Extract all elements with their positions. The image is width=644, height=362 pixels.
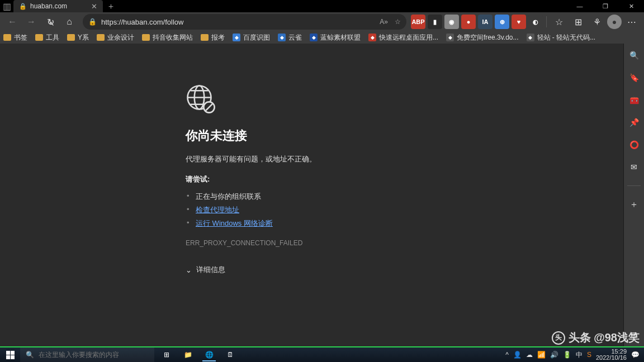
lock-icon: 🔒 bbox=[88, 18, 97, 26]
taskbar-app-edge[interactable]: 🌐 bbox=[200, 348, 218, 361]
system-tray[interactable]: ^ 👤 ☁ 📶 🔊 🔋 中 S 15:29 2022/10/16 💬 bbox=[501, 349, 644, 361]
extension-shield[interactable]: ◉ bbox=[444, 15, 459, 29]
bookmark-item[interactable]: ◆蓝鲸素材联盟 bbox=[310, 33, 361, 42]
page: 你尚未连接 代理服务器可能有问题，或地址不正确。 请尝试: 正在与你的组织联系检… bbox=[0, 44, 624, 346]
performance-button[interactable]: ⚘ bbox=[588, 13, 606, 30]
extension-ia[interactable]: IA bbox=[478, 15, 493, 29]
folder-icon bbox=[35, 34, 43, 41]
collections-button[interactable]: ⊞ bbox=[569, 13, 587, 30]
sidebar-toolbox-icon[interactable]: 🧰 bbox=[628, 94, 640, 106]
extension-moon[interactable]: ◐ bbox=[528, 15, 543, 29]
extension-globe[interactable]: ⊕ bbox=[495, 15, 509, 29]
bookmark-label: 蓝鲸素材联盟 bbox=[320, 33, 361, 42]
start-button[interactable] bbox=[0, 347, 20, 362]
folder-icon bbox=[201, 34, 209, 41]
sidebar-add-button[interactable]: ＋ bbox=[628, 198, 640, 211]
details-label: 详细信息 bbox=[196, 265, 225, 275]
extension-fire[interactable]: ● bbox=[461, 15, 476, 29]
minimize-button[interactable]: — bbox=[567, 0, 593, 12]
task-view-button[interactable]: ⊞ bbox=[158, 348, 176, 361]
sidebar-search-icon[interactable]: 🔍 bbox=[628, 49, 640, 61]
url-input[interactable] bbox=[101, 18, 375, 26]
details-toggle[interactable]: ⌄ 详细信息 bbox=[186, 265, 316, 275]
extension-abp[interactable]: ABP bbox=[411, 15, 425, 29]
taskbar-app-4[interactable]: 🗓 bbox=[221, 348, 239, 361]
bookmark-item[interactable]: 报考 bbox=[201, 33, 225, 42]
tray-notifications-icon[interactable]: 💬 bbox=[631, 351, 640, 359]
new-tab-button[interactable]: ＋ bbox=[103, 0, 119, 12]
extensions-row: ABP▮◉●IA⊕♥◐ bbox=[411, 15, 543, 29]
bookmark-item[interactable]: ◆轻站 - 轻站无代码... bbox=[527, 33, 596, 42]
bookmark-label: 百度识图 bbox=[243, 33, 270, 42]
toolbar-divider bbox=[546, 16, 547, 27]
sidebar-pin-icon[interactable]: 📌 bbox=[628, 116, 640, 128]
read-aloud-icon[interactable]: A» bbox=[380, 18, 388, 26]
tray-date: 2022/10/16 bbox=[596, 355, 627, 361]
bookmark-label: 抖音收集网站 bbox=[153, 33, 193, 42]
bookmark-item[interactable]: ◆免费空间free.3v.do... bbox=[446, 33, 518, 42]
tray-onedrive-icon[interactable]: ☁ bbox=[526, 351, 533, 359]
taskbar-apps: ⊞ 📁 🌐 🗓 bbox=[158, 348, 239, 361]
tray-ime-icon[interactable]: 中 bbox=[576, 350, 583, 360]
menu-button[interactable]: ⋯ bbox=[623, 13, 641, 30]
tray-wifi-icon[interactable]: 📶 bbox=[537, 351, 546, 359]
home-button[interactable]: ⌂ bbox=[60, 13, 78, 30]
watermark-logo-icon: 头 bbox=[552, 331, 565, 345]
bookmark-item[interactable]: ◆云雀 bbox=[278, 33, 302, 42]
site-favicon-icon: ◆ bbox=[527, 34, 534, 41]
forward-button[interactable]: → bbox=[22, 13, 40, 30]
extension-note[interactable]: ▮ bbox=[428, 15, 442, 29]
bookmark-label: 业余设计 bbox=[107, 33, 134, 42]
bookmark-item[interactable]: 业余设计 bbox=[97, 33, 134, 42]
bookmark-item[interactable]: ◆快速远程桌面应用... bbox=[368, 33, 438, 42]
site-favicon-icon: ◆ bbox=[310, 34, 318, 41]
tab-actions-button[interactable]: ▥ bbox=[0, 0, 13, 12]
taskbar: 🔍 ⊞ 📁 🌐 🗓 ^ 👤 ☁ 📶 🔊 🔋 中 S 15:29 2022/10/… bbox=[0, 346, 644, 362]
bookmark-item[interactable]: Y系 bbox=[67, 33, 89, 42]
bookmark-item[interactable]: 抖音收集网站 bbox=[142, 33, 193, 42]
back-button[interactable]: ← bbox=[3, 13, 21, 30]
taskbar-search[interactable]: 🔍 bbox=[20, 347, 154, 362]
bookmark-label: 快速远程桌面应用... bbox=[379, 33, 438, 42]
favorites-button[interactable]: ☆ bbox=[550, 13, 568, 30]
bookmark-item[interactable]: 书签 bbox=[3, 33, 27, 42]
watermark: 头 头条 @98浅笑 bbox=[552, 330, 640, 345]
bookmark-item[interactable]: 工具 bbox=[35, 33, 59, 42]
edge-sidebar: 🔍🔖🧰📌⭕✉＋⊟ bbox=[624, 44, 644, 346]
browser-tab[interactable]: 🔒 huaban.com ✕ bbox=[13, 0, 103, 12]
error-suggestion-item[interactable]: 检查代理地址 bbox=[186, 203, 316, 217]
bookmark-item[interactable]: ◆百度识图 bbox=[233, 33, 270, 42]
error-suggestion-link[interactable]: 运行 Windows 网络诊断 bbox=[196, 219, 273, 227]
error-suggestions: 正在与你的组织联系检查代理地址运行 Windows 网络诊断 bbox=[186, 190, 316, 230]
tray-datetime[interactable]: 15:29 2022/10/16 bbox=[596, 349, 627, 361]
error-try-label: 请尝试: bbox=[186, 174, 316, 184]
error-suggestion-item[interactable]: 运行 Windows 网络诊断 bbox=[186, 217, 316, 230]
tray-people-icon[interactable]: 👤 bbox=[513, 351, 522, 359]
error-suggestion-link[interactable]: 检查代理地址 bbox=[196, 206, 239, 214]
sidebar-divider bbox=[627, 185, 641, 186]
tray-volume-icon[interactable]: 🔊 bbox=[550, 351, 558, 359]
close-window-button[interactable]: ✕ bbox=[618, 0, 644, 12]
maximize-button[interactable]: ❐ bbox=[593, 0, 618, 12]
refresh-button[interactable]: ↻ ↖ bbox=[41, 13, 59, 30]
sidebar-circle-icon[interactable]: ⭕ bbox=[628, 139, 640, 151]
address-bar[interactable]: 🔒 A» ☆ bbox=[83, 14, 406, 30]
profile-avatar[interactable]: ● bbox=[607, 15, 622, 29]
tab-close-icon[interactable]: ✕ bbox=[91, 2, 97, 11]
cursor-icon: ↖ bbox=[49, 20, 54, 27]
extension-heart[interactable]: ♥ bbox=[512, 15, 526, 29]
tray-battery-icon[interactable]: 🔋 bbox=[563, 351, 571, 359]
error-title: 你尚未连接 bbox=[186, 127, 316, 144]
folder-icon bbox=[3, 34, 11, 41]
error-message: 代理服务器可能有问题，或地址不正确。 bbox=[186, 154, 316, 164]
site-favicon-icon: ◆ bbox=[446, 34, 454, 41]
tray-chevron-icon[interactable]: ^ bbox=[505, 351, 509, 359]
tray-input-icon[interactable]: S bbox=[587, 351, 591, 359]
sidebar-outlook-icon[interactable]: ✉ bbox=[628, 161, 640, 173]
taskbar-app-explorer[interactable]: 📁 bbox=[179, 348, 197, 361]
content-area: 你尚未连接 代理服务器可能有问题，或地址不正确。 请尝试: 正在与你的组织联系检… bbox=[0, 44, 644, 346]
taskbar-search-input[interactable] bbox=[39, 351, 149, 359]
bookmark-label: 报考 bbox=[211, 33, 225, 42]
sidebar-tag-icon[interactable]: 🔖 bbox=[628, 72, 640, 84]
favorite-icon[interactable]: ☆ bbox=[395, 18, 401, 26]
